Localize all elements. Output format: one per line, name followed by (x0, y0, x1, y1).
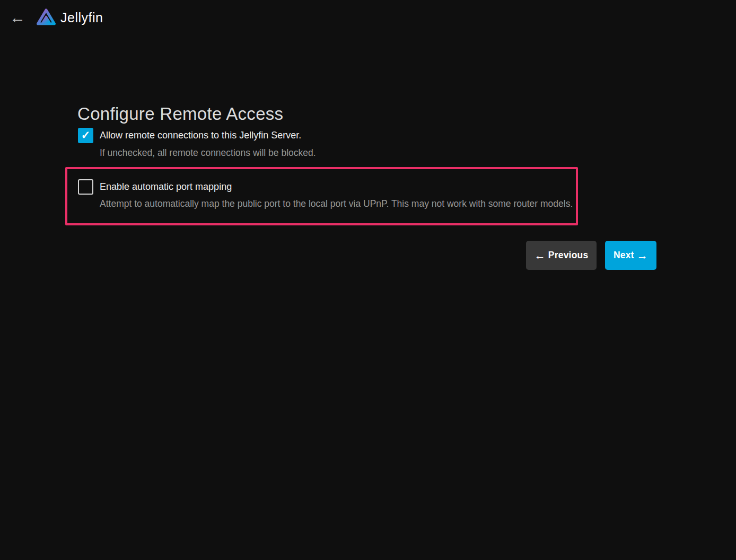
enable-port-mapping-description: Attempt to automatically map the public … (100, 198, 573, 209)
arrow-left-icon: ← (535, 250, 546, 261)
brand-wordmark: Jellyfin (60, 10, 103, 25)
back-button[interactable]: ← (7, 7, 28, 28)
back-arrow-icon: ← (10, 8, 25, 26)
allow-remote-connections-label[interactable]: Allow remote connections to this Jellyfi… (100, 130, 301, 141)
jellyfin-logo-icon (34, 5, 58, 30)
highlight-annotation-box (65, 167, 578, 225)
previous-button[interactable]: ← Previous (526, 241, 597, 270)
allow-remote-connections-checkbox[interactable]: ✓ (78, 128, 93, 143)
checkmark-icon: ✓ (81, 129, 91, 141)
enable-port-mapping-label[interactable]: Enable automatic port mapping (100, 181, 232, 192)
enable-port-mapping-checkbox[interactable] (78, 179, 93, 195)
allow-remote-connections-description: If unchecked, all remote connections wil… (100, 147, 316, 159)
next-button[interactable]: Next → (605, 241, 656, 270)
arrow-right-icon: → (637, 250, 648, 261)
page-title: Configure Remote Access (77, 104, 283, 124)
next-button-label: Next (614, 250, 634, 261)
previous-button-label: Previous (548, 250, 589, 261)
